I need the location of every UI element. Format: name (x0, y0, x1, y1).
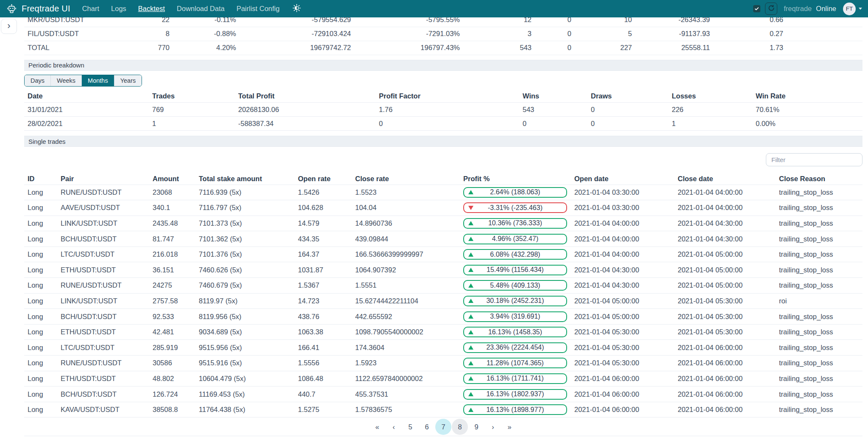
periodic-breakdown-header: Periodic breakdown (24, 60, 862, 71)
column-header-open-rate[interactable]: Open rate (298, 174, 355, 185)
trade-row[interactable]: LongBCH/USDT:USDT92.5338119.956 (5x)438.… (24, 309, 862, 325)
amount-cell: 92.533 (153, 309, 199, 325)
trade-row[interactable]: LongETH/USDT:USDT36.1517460.626 (5x)1031… (24, 262, 862, 278)
app-title[interactable]: Freqtrade UI (22, 4, 70, 14)
triangle-up-icon (468, 190, 473, 194)
trades-header-row: IDPairAmountTotal stake amountOpen rateC… (24, 174, 862, 185)
id-cell: Long (24, 402, 61, 417)
tab-weeks[interactable]: Weeks (51, 75, 82, 86)
triangle-up-icon (468, 408, 473, 412)
page-button-6[interactable]: 6 (419, 419, 435, 435)
open-rate-cell: 1086.48 (298, 371, 355, 387)
stake-cell: 9515.956 (5x) (199, 340, 298, 356)
column-header-total-profit[interactable]: Total Profit (238, 90, 379, 103)
stake-cell: 7460.679 (5x) (199, 278, 298, 294)
profit-cell: 16.13% (1711.741) (463, 371, 574, 387)
prev-page-button[interactable]: ‹ (386, 419, 402, 435)
page-button-5[interactable]: 5 (402, 419, 418, 435)
chevron-down-icon[interactable] (859, 8, 862, 10)
open-rate-cell: 434.35 (298, 231, 355, 247)
sidebar-expand-button[interactable]: › (1, 19, 17, 34)
open-date-cell: 2021-01-04 04:00:00 (574, 231, 678, 247)
page-button-7[interactable]: 7 (435, 419, 451, 435)
page-button-8[interactable]: 8 (452, 419, 468, 435)
stake-cell: 9034.689 (5x) (199, 324, 298, 340)
column-header-date[interactable]: Date (24, 90, 152, 103)
close-rate-cell: 1064.907392 (355, 262, 463, 278)
column-header-losses[interactable]: Losses (672, 90, 756, 103)
column-header-open-date[interactable]: Open date (574, 174, 678, 185)
stake-cell: 7116.797 (5x) (199, 200, 298, 216)
value-cell: 1 (672, 117, 756, 131)
nav-item-download-data[interactable]: Download Data (177, 5, 225, 13)
nav-item-pairlist-config[interactable]: Pairlist Config (236, 5, 280, 13)
reason-cell: trailing_stop_loss (779, 200, 862, 216)
trade-row[interactable]: LongBCH/USDT:USDT126.72411169.453 (5x)44… (24, 387, 862, 402)
tab-years[interactable]: Years (114, 75, 142, 86)
column-header-total-stake-amount[interactable]: Total stake amount (199, 174, 298, 185)
trade-row[interactable]: LongLINK/USDT:USDT2435.487101.373 (5x)14… (24, 216, 862, 231)
page-button-9[interactable]: 9 (468, 419, 484, 435)
trade-row[interactable]: LongAAVE/USDT:USDT340.17116.797 (5x)104.… (24, 200, 862, 216)
column-header-draws[interactable]: Draws (591, 90, 672, 103)
open-date-cell: 2021-01-04 04:00:00 (574, 247, 678, 262)
value-cell: 1.73 (710, 41, 783, 55)
profit-value: 30.18% (2452.231) (486, 297, 544, 305)
trade-row[interactable]: LongLTC/USDT:USDT216.0187101.376 (5x)164… (24, 247, 862, 262)
trade-row[interactable]: LongLINK/USDT:USDT2757.588119.97 (5x)14.… (24, 293, 862, 309)
refresh-button[interactable] (765, 3, 777, 15)
stake-cell: 11169.453 (5x) (199, 387, 298, 402)
triangle-up-icon (468, 345, 473, 350)
nav-item-backtest[interactable]: Backtest (138, 5, 165, 13)
open-rate-cell: 438.76 (298, 309, 355, 325)
trade-row[interactable]: LongETH/USDT:USDT48.80210604.479 (5x)108… (24, 371, 862, 387)
column-header-pair[interactable]: Pair (61, 174, 153, 185)
trade-row[interactable]: LongRUNE/USDT:USDT242757460.679 (5x)1.53… (24, 278, 862, 294)
column-header-profit[interactable]: Profit % (463, 174, 574, 185)
trade-row[interactable]: LongBCH/USDT:USDT81.7477101.362 (5x)434.… (24, 231, 862, 247)
pagination: «‹56789›» (24, 419, 862, 435)
tab-days[interactable]: Days (25, 75, 51, 86)
filter-input[interactable] (766, 153, 862, 166)
column-header-close-rate[interactable]: Close rate (355, 174, 463, 185)
spacer-cell (783, 41, 862, 55)
avatar[interactable]: FT (843, 3, 856, 15)
triangle-up-icon (468, 268, 473, 272)
column-header-wins[interactable]: Wins (523, 90, 591, 103)
column-header-close-date[interactable]: Close date (678, 174, 779, 185)
auto-refresh-checkbox[interactable] (753, 5, 760, 12)
nav-item-logs[interactable]: Logs (111, 5, 126, 13)
pair-cell: RUNE/USDT:USDT (61, 185, 153, 200)
amount-cell: 285.919 (153, 340, 199, 356)
column-header-close-reason[interactable]: Close Reason (779, 174, 862, 185)
reason-cell: trailing_stop_loss (779, 309, 862, 325)
column-header-id[interactable]: ID (24, 174, 61, 185)
close-date-cell: 2021-01-04 06:00:00 (678, 402, 779, 417)
nav-item-chart[interactable]: Chart (82, 5, 99, 13)
pair-summary-row[interactable]: MKR/USDT:USDT22-0.11%-579554.629-5795.55… (24, 17, 862, 27)
first-page-button[interactable]: « (369, 419, 385, 435)
trade-row[interactable]: LongRUNE/USDT:USDT305869515.916 (5x)1.55… (24, 356, 862, 371)
tab-months[interactable]: Months (82, 75, 114, 86)
value-cell: 769 (152, 103, 238, 117)
theme-toggle-button[interactable] (292, 4, 301, 14)
column-header-win-rate[interactable]: Win Rate (756, 90, 862, 103)
brand-wrap: Freqtrade UI ChartLogsBacktestDownload D… (6, 3, 301, 14)
profit-cell: 15.49% (1156.434) (463, 262, 574, 278)
column-header-profit-factor[interactable]: Profit Factor (379, 90, 523, 103)
column-header-amount[interactable]: Amount (153, 174, 199, 185)
triangle-up-icon (468, 237, 473, 241)
trade-row[interactable]: LongETH/USDT:USDT42.4819034.689 (5x)1063… (24, 324, 862, 340)
last-page-button[interactable]: » (501, 419, 517, 435)
close-rate-cell: 1.5551 (355, 278, 463, 294)
trade-row[interactable]: LongKAVA/USDT:USDT38508.811764.438 (5x)1… (24, 402, 862, 417)
stake-cell: 7101.362 (5x) (199, 231, 298, 247)
pair-summary-row[interactable]: TOTAL7704.20%19679742.72196797.43%543022… (24, 41, 862, 55)
pair-summary-row[interactable]: FIL/USDT:USDT8-0.88%-729103.424-7291.03%… (24, 27, 862, 41)
trade-row[interactable]: LongLTC/USDT:USDT285.9199515.956 (5x)166… (24, 340, 862, 356)
trade-row[interactable]: LongRUNE/USDT:USDT230687116.939 (5x)1.54… (24, 185, 862, 200)
id-cell: Long (24, 278, 61, 294)
bot-name[interactable]: freqtrade (784, 5, 812, 13)
next-page-button[interactable]: › (485, 419, 501, 435)
column-header-trades[interactable]: Trades (152, 90, 238, 103)
